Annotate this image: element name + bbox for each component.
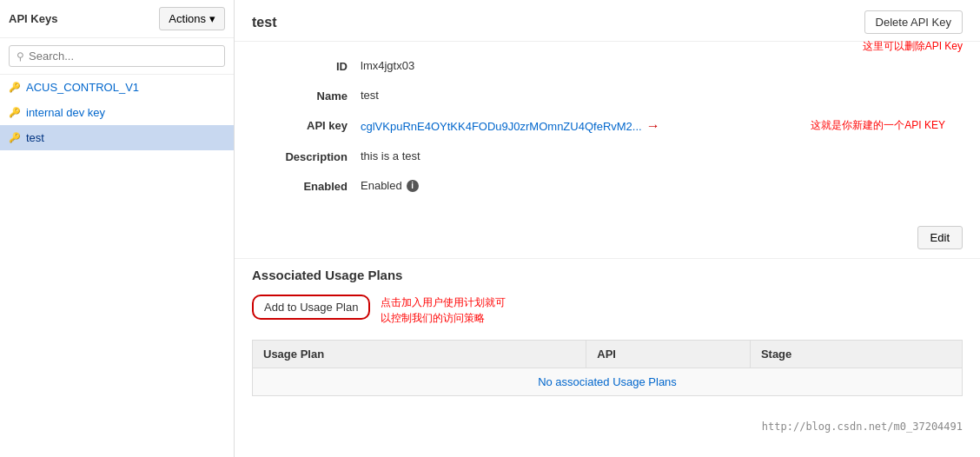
api-key-text: cglVKpuRnE4OYtKK4FODu9J0zrMOmnZU4QfeRvM2… bbox=[361, 120, 642, 133]
main-content: test Delete API Key 这里可以删除API Key ID lmx… bbox=[235, 0, 980, 457]
api-key-annotation: 这就是你新建的一个API KEY bbox=[811, 118, 945, 133]
sidebar-header: API Keys Actions ▾ bbox=[0, 0, 234, 38]
usage-plans-title: Associated Usage Plans bbox=[252, 268, 963, 282]
col-api: API bbox=[586, 341, 751, 368]
api-key-label: API key bbox=[269, 118, 348, 132]
no-data-message: No associated Usage Plans bbox=[253, 368, 963, 396]
name-label: Name bbox=[269, 89, 348, 103]
actions-button[interactable]: Actions ▾ bbox=[159, 7, 225, 30]
delete-annotation: 这里可以删除API Key bbox=[863, 39, 963, 54]
name-row: Name test bbox=[269, 89, 945, 103]
description-row: Description this is a test bbox=[269, 149, 945, 163]
name-value: test bbox=[361, 89, 945, 102]
search-container: ⚲ bbox=[0, 38, 234, 75]
col-stage: Stage bbox=[750, 341, 962, 368]
sidebar-item-acus[interactable]: 🔑 ACUS_CONTROL_V1 bbox=[0, 75, 234, 100]
key-icon: 🔑 bbox=[9, 107, 21, 118]
key-icon: 🔑 bbox=[9, 132, 21, 143]
enabled-info: Enabled i bbox=[361, 179, 945, 192]
sidebar-list: 🔑 ACUS_CONTROL_V1 🔑 internal dev key 🔑 t… bbox=[0, 75, 234, 457]
sidebar-item-internal[interactable]: 🔑 internal dev key bbox=[0, 100, 234, 125]
actions-label: Actions bbox=[169, 12, 206, 25]
annotation-line1: 点击加入用户使用计划就可 bbox=[381, 295, 506, 310]
detail-section: ID lmx4jgtx03 Name test API key cglVKpuR… bbox=[235, 42, 980, 226]
api-key-value: cglVKpuRnE4OYtKK4FODu9J0zrMOmnZU4QfeRvM2… bbox=[361, 118, 793, 134]
footer-url: http://blog.csdn.net/m0_37204491 bbox=[235, 414, 980, 440]
description-label: Description bbox=[269, 149, 348, 163]
edit-button-container: Edit bbox=[235, 226, 980, 258]
dropdown-icon: ▾ bbox=[209, 12, 215, 25]
enabled-value: Enabled i bbox=[361, 179, 945, 192]
sidebar: API Keys Actions ▾ ⚲ 🔑 ACUS_CONTROL_V1 🔑… bbox=[0, 0, 235, 457]
add-usage-plan-row: Add to Usage Plan 点击加入用户使用计划就可 以控制我们的访问策… bbox=[252, 295, 963, 326]
delete-api-key-button[interactable]: Delete API Key bbox=[864, 10, 963, 34]
description-value: this is a test bbox=[361, 149, 945, 162]
search-icon: ⚲ bbox=[17, 50, 24, 63]
info-icon[interactable]: i bbox=[407, 180, 419, 192]
enabled-row: Enabled Enabled i bbox=[269, 179, 945, 193]
table-header-row: Usage Plan API Stage bbox=[253, 341, 963, 368]
api-key-arrow-icon: → bbox=[646, 118, 660, 134]
table-header: Usage Plan API Stage bbox=[253, 341, 963, 368]
table-row-no-data: No associated Usage Plans bbox=[253, 368, 963, 396]
search-wrapper: ⚲ bbox=[9, 45, 225, 67]
add-usage-plan-annotation: 点击加入用户使用计划就可 以控制我们的访问策略 bbox=[381, 295, 506, 326]
sidebar-item-label: ACUS_CONTROL_V1 bbox=[26, 81, 139, 94]
id-label: ID bbox=[269, 59, 348, 73]
edit-button[interactable]: Edit bbox=[917, 226, 963, 249]
usage-plans-section: Associated Usage Plans Add to Usage Plan… bbox=[235, 258, 980, 414]
enabled-label: Enabled bbox=[269, 179, 348, 193]
annotation-line2: 以控制我们的访问策略 bbox=[381, 310, 506, 326]
page-title: test bbox=[252, 15, 276, 30]
main-header: test Delete API Key bbox=[235, 0, 980, 42]
sidebar-item-label: internal dev key bbox=[26, 106, 105, 119]
sidebar-title: API Keys bbox=[9, 12, 57, 25]
id-row: ID lmx4jgtx03 bbox=[269, 59, 945, 73]
enabled-text: Enabled bbox=[361, 179, 402, 192]
sidebar-item-test[interactable]: 🔑 test bbox=[0, 125, 234, 150]
key-icon: 🔑 bbox=[9, 82, 21, 93]
add-usage-plan-button[interactable]: Add to Usage Plan bbox=[252, 295, 370, 320]
id-value: lmx4jgtx03 bbox=[361, 59, 945, 72]
col-usage-plan: Usage Plan bbox=[253, 341, 586, 368]
usage-plans-table: Usage Plan API Stage No associated Usage… bbox=[252, 340, 963, 396]
sidebar-item-label: test bbox=[26, 131, 44, 144]
table-body: No associated Usage Plans bbox=[253, 368, 963, 396]
api-key-row: API key cglVKpuRnE4OYtKK4FODu9J0zrMOmnZU… bbox=[269, 118, 945, 134]
search-input[interactable] bbox=[29, 50, 217, 63]
